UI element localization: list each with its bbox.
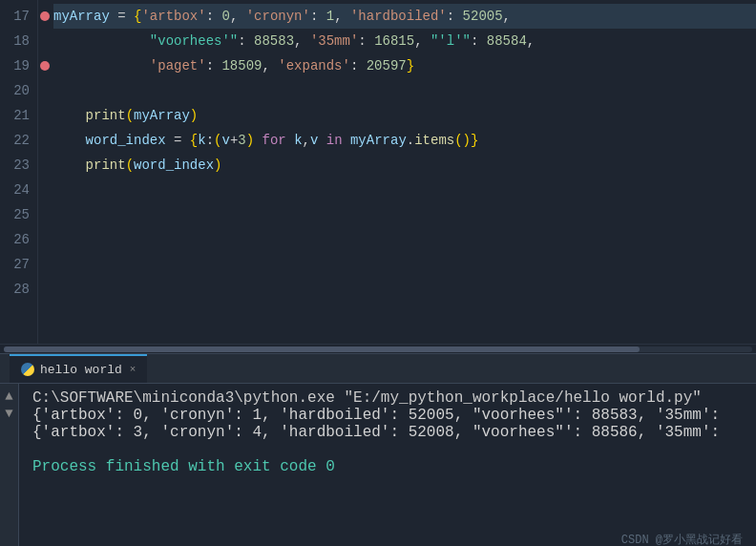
terminal-content: ▲ ▼ C:\SOFTWARE\miniconda3\python.exe "E… [0,384,756,546]
code-line-24 [53,178,756,202]
code-line-20 [53,78,756,103]
breakpoint-19 [40,61,50,71]
editor-area: 17 18 19 20 21 22 23 24 25 26 27 28 myAr… [0,0,756,344]
terminal-header: hello world × [0,353,756,384]
terminal-section: hello world × ▲ ▼ C:\SOFTWARE\miniconda3… [0,353,756,546]
editor-scrollbar[interactable] [0,344,756,353]
terminal-tab-label: hello world [40,363,122,377]
scroll-down-button[interactable]: ▼ [5,407,12,420]
code-line-19: 'paget': 18509, 'expands': 20597} [53,53,756,78]
code-line-25 [53,202,756,227]
code-editor[interactable]: myArray = {'artbox': 0, 'cronyn': 1, 'ha… [38,0,756,344]
code-line-22: word_index = {k:(v+3) for k,v in myArray… [53,128,756,153]
breakpoint-17 [40,11,50,21]
terminal-line-cmd: C:\SOFTWARE\miniconda3\python.exe "E:/my… [32,389,756,407]
terminal-lines: C:\SOFTWARE\miniconda3\python.exe "E:/my… [19,384,756,546]
terminal-line-blank [32,441,756,458]
code-line-27 [53,252,756,277]
terminal-tab[interactable]: hello world × [10,354,147,383]
python-icon [21,363,34,376]
scrollbar-thumb [4,346,640,352]
terminal-line-output-2: {'artbox': 3, 'cronyn': 4, 'hardboiled':… [32,424,756,441]
code-line-28 [53,277,756,302]
code-line-26 [53,227,756,252]
scrollbar-track[interactable] [4,346,752,352]
code-line-18: "voorhees'": 88583, '35mm': 16815, "'l'"… [53,29,756,53]
scroll-up-button[interactable]: ▲ [5,389,12,403]
terminal-line-output-1: {'artbox': 0, 'cronyn': 1, 'hardboiled':… [32,407,756,424]
code-line-17: myArray = {'artbox': 0, 'cronyn': 1, 'ha… [53,4,756,29]
code-line-21: print(myArray) [53,103,756,128]
watermark: CSDN @罗小黑战记好看 [621,532,743,546]
code-line-23: print(word_index) [53,153,756,178]
line-numbers: 17 18 19 20 21 22 23 24 25 26 27 28 [0,0,38,344]
terminal-line-exit: Process finished with exit code 0 [32,458,756,475]
terminal-close-button[interactable]: × [130,364,136,375]
terminal-sidebar: ▲ ▼ [0,384,19,546]
